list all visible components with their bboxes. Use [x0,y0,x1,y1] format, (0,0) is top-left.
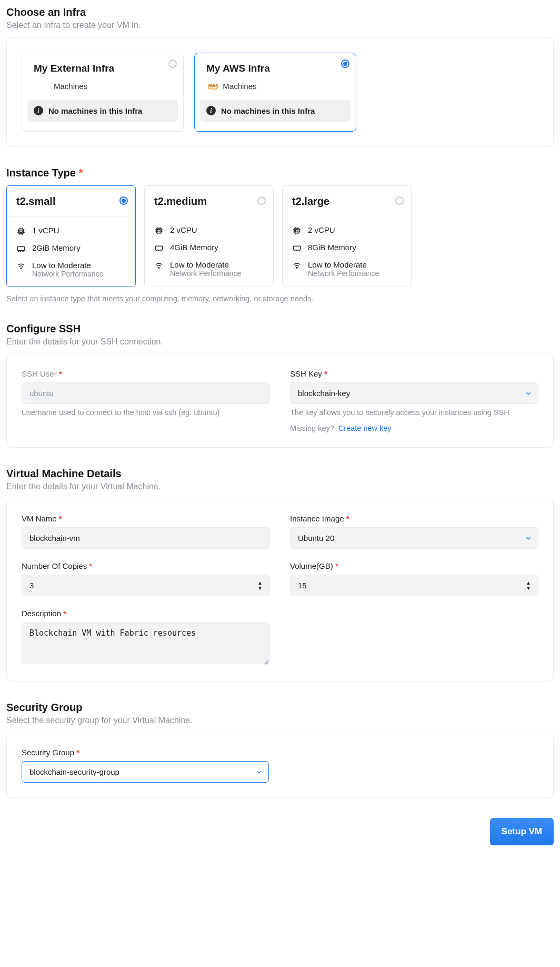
step-down-icon[interactable]: ▼ [526,586,536,591]
infra-card-title: My External Infra [27,63,178,74]
cpu-icon [292,226,302,235]
svg-rect-4 [157,229,162,233]
memory-icon [16,244,26,253]
spec-memory: 8GiB Memory [292,243,402,253]
infra-card-external[interactable]: My External Infra Machines i No machines… [22,53,184,132]
memory-icon [292,243,302,253]
infra-card-machines: aws Machines [200,81,351,91]
description-field: Description * [22,609,270,666]
radio-icon[interactable] [341,60,349,68]
spec-memory: 4GiB Memory [154,243,264,253]
instance-image-field: Instance Image * Ubuntu 20 [290,514,538,549]
security-group-select[interactable]: blockchain-security-group [22,761,269,783]
spec-memory: 2GiB Memory [16,243,126,253]
instance-type-name: t2.small [7,186,135,216]
volume-input[interactable] [290,575,538,596]
volume-label: Volume(GB) * [290,561,538,570]
spec-cpu: 2 vCPU [292,225,402,235]
sg-panel: Security Group * blockchain-security-gro… [6,733,554,798]
cpu-icon [16,226,26,236]
section-title-instance-type: Instance Type * [6,167,554,179]
sg-label: Security Group * [22,748,538,757]
section-title-ssh: Configure SSH [6,323,554,335]
svg-point-7 [158,268,159,269]
ssh-key-field: SSH Key * blockchain-key The key allows … [290,369,538,432]
step-up-icon[interactable]: ▲ [526,580,536,586]
vm-name-label: VM Name * [22,514,270,523]
instance-image-label: Instance Image * [290,514,538,523]
copies-stepper[interactable]: ▲▼ [22,575,270,596]
step-down-icon[interactable]: ▼ [257,586,268,591]
svg-point-3 [21,268,22,269]
infra-panel: My External Infra Machines i No machines… [6,37,554,147]
section-security-group: Security Group Select the security group… [6,702,554,798]
instance-type-card-t2-large[interactable]: t2.large 2 vCPU 8GiB Memory Low to Moder… [282,185,412,287]
copies-label: Number Of Copies * [22,561,270,570]
volume-stepper[interactable]: ▲▼ [290,575,538,596]
section-subtitle-sg: Select the security group for your Virtu… [6,716,554,725]
stepper-controls[interactable]: ▲▼ [526,575,536,596]
ssh-key-label: SSH Key * [290,369,538,378]
spec-network: Low to Moderate Network Performance [16,261,126,278]
instance-type-card-t2-medium[interactable]: t2.medium 2 vCPU 4GiB Memory Low to Mode… [144,185,274,287]
setup-vm-button[interactable]: Setup VM [490,818,554,845]
cpu-icon [154,226,164,235]
infra-card-aws[interactable]: My AWS Infra aws Machines i No machines … [194,53,356,132]
wifi-icon [16,261,26,271]
vm-panel: VM Name * Instance Image * Ubuntu 20 Num… [6,499,554,682]
ssh-key-help: The key allows you to securely access yo… [290,408,538,417]
svg-rect-5 [158,230,161,232]
ssh-key-select[interactable]: blockchain-key [290,382,538,404]
svg-rect-6 [155,246,163,250]
spec-cpu: 1 vCPU [16,226,126,236]
section-ssh: Configure SSH Enter the details for your… [6,323,554,448]
infra-card-machines: Machines [27,81,178,91]
infra-card-message: i No machines in this Infra [200,100,351,122]
section-subtitle-ssh: Enter the details for your SSH connectio… [6,337,554,347]
ssh-user-help: Username used to connect to the host via… [22,408,270,417]
section-subtitle-vm: Enter the details for your Virtual Machi… [6,482,554,491]
copies-input[interactable] [22,575,270,596]
svg-rect-0 [19,229,24,234]
instance-type-helper: Select an instance type that meets your … [6,294,554,303]
volume-field: Volume(GB) * ▲▼ [290,561,538,596]
ssh-user-field: SSH User * Username used to connect to t… [22,369,270,432]
section-subtitle-infra: Select an Infra to create your VM in. [6,21,554,30]
infra-card-title: My AWS Infra [200,63,351,74]
svg-point-11 [296,268,297,269]
section-title-infra: Choose an Infra [6,6,554,18]
stepper-controls[interactable]: ▲▼ [257,575,268,596]
radio-icon[interactable] [119,196,128,205]
description-input[interactable] [22,622,270,664]
spec-network: Low to Moderate Network Performance [154,260,264,278]
svg-rect-9 [296,230,298,232]
vm-name-input[interactable] [22,527,270,549]
radio-icon[interactable] [395,196,404,205]
vm-name-field: VM Name * [22,514,270,549]
svg-rect-10 [293,246,301,250]
wifi-icon [154,261,164,270]
ssh-user-input[interactable] [22,382,270,404]
instance-type-name: t2.large [283,186,411,216]
section-instance-type: Instance Type * t2.small 1 vCPU 2GiB Mem… [6,167,554,303]
instance-image-select[interactable]: Ubuntu 20 [290,527,538,549]
infra-card-message: i No machines in this Infra [27,100,178,122]
spec-network: Low to Moderate Network Performance [292,260,402,278]
section-vm-details: Virtual Machine Details Enter the detail… [6,468,554,682]
section-title-sg: Security Group [6,702,554,714]
section-infra: Choose an Infra Select an Infra to creat… [6,6,554,147]
radio-icon[interactable] [257,196,266,205]
info-icon: i [206,106,216,115]
memory-icon [154,243,164,253]
section-title-vm: Virtual Machine Details [6,468,554,480]
info-icon: i [34,106,43,115]
step-up-icon[interactable]: ▲ [257,580,268,586]
svg-rect-1 [20,230,23,233]
instance-type-name: t2.medium [145,186,273,216]
create-key-link[interactable]: Create new key [338,424,392,432]
instance-type-card-t2-small[interactable]: t2.small 1 vCPU 2GiB Memory Low to Moder… [6,185,136,287]
svg-rect-2 [17,246,25,251]
radio-icon[interactable] [168,60,177,68]
ssh-panel: SSH User * Username used to connect to t… [6,354,554,448]
ssh-user-label: SSH User * [22,369,270,378]
